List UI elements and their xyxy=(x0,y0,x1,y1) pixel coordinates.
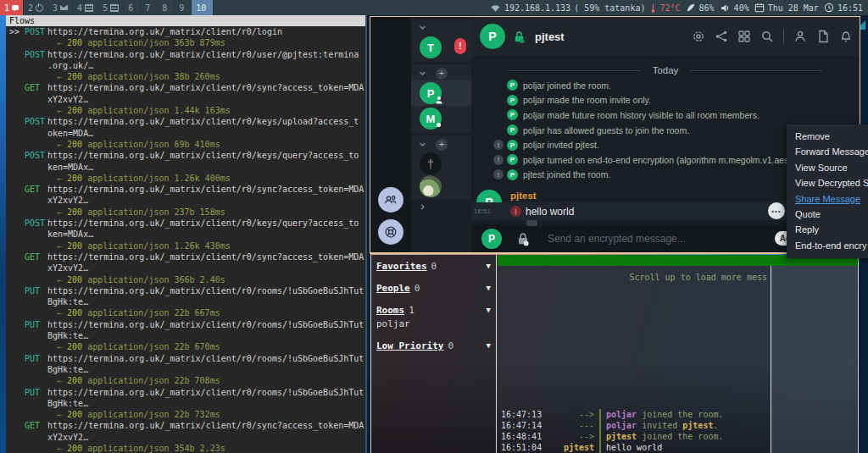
response-status: 200 xyxy=(67,207,82,217)
response-size-time: 1.44k 163ms xyxy=(175,106,231,115)
gomuks-main-pane: Scroll up to load more mess 16:47:13 -->… xyxy=(498,255,858,453)
response-arrow: ← xyxy=(57,207,67,217)
workspace-tile[interactable]: 6 xyxy=(124,0,141,15)
flow-row[interactable]: GEThttps://termina.org.uk/_matrix/client… xyxy=(6,184,365,218)
context-menu-item[interactable]: View Decrypted S xyxy=(787,175,868,191)
section-name[interactable]: Low Priority xyxy=(376,340,443,351)
temperature-value: 72°C xyxy=(659,3,680,13)
section-name[interactable]: Rooms xyxy=(376,305,404,316)
context-menu-item[interactable]: End-to-end encry xyxy=(787,238,868,253)
notifications-icon[interactable] xyxy=(839,30,853,43)
context-menu-item[interactable]: Forward Message xyxy=(787,144,868,159)
response-content-type: application/json xyxy=(87,140,169,149)
log-message: poljar joined the room. xyxy=(599,409,723,420)
flow-row[interactable]: PUThttps://termina.org.uk/_matrix/client… xyxy=(6,353,365,387)
ip-address: 192.168.1.133 xyxy=(504,3,570,13)
workspace-tile[interactable]: 1 xyxy=(0,0,24,15)
people-button[interactable] xyxy=(378,187,403,213)
section-name[interactable]: Favorites xyxy=(376,261,427,272)
flow-row[interactable]: >>POSThttps://termina.org.uk/_matrix/cli… xyxy=(6,26,365,49)
flow-row[interactable]: POSThttps://termina.org.uk/_matrix/clien… xyxy=(6,116,365,150)
event-avatar: P xyxy=(507,80,518,91)
workspace-tile[interactable]: 9 xyxy=(175,0,192,15)
flow-list: >>POSThttps://termina.org.uk/_matrix/cli… xyxy=(6,26,365,453)
collapse-arrow[interactable]: ▼ xyxy=(487,306,491,314)
workspace-tile[interactable]: 2 xyxy=(24,0,48,15)
context-menu-item[interactable]: Share Message xyxy=(787,191,868,207)
flow-row[interactable]: GEThttps://termina.org.uk/_matrix/client… xyxy=(6,251,365,285)
share-icon[interactable] xyxy=(715,30,728,43)
workspace-tile[interactable]: 10 xyxy=(192,0,214,15)
workspace-tile[interactable]: 4 xyxy=(73,0,98,15)
response-arrow: ← xyxy=(57,275,67,285)
flow-url-continued: xY2xvY2… xyxy=(47,433,88,442)
flow-url-continued: BgHk:te… xyxy=(47,331,88,340)
composer-avatar: P xyxy=(481,229,502,249)
flow-row[interactable]: GEThttps://termina.org.uk/_matrix/client… xyxy=(6,82,365,116)
section-count: 0 xyxy=(415,283,420,294)
chevron-down-icon[interactable] xyxy=(418,69,427,78)
workspace-tile[interactable]: 8 xyxy=(158,0,175,15)
scrollback-notice: Scroll up to load more mess xyxy=(498,273,767,282)
message-options-button[interactable]: ••• xyxy=(768,202,785,219)
log-segment: poljar xyxy=(606,421,637,430)
collapse-arrow[interactable]: ▼ xyxy=(487,262,491,270)
event-avatar: P xyxy=(507,169,518,180)
add-room-button[interactable]: + xyxy=(436,68,448,80)
selected-room-row[interactable]: P xyxy=(411,80,471,106)
flow-method: PUT xyxy=(25,387,47,398)
section-count: 1 xyxy=(409,305,415,316)
account-avatar-t[interactable]: T xyxy=(420,36,442,58)
section-name[interactable]: People xyxy=(376,283,410,294)
members-icon[interactable] xyxy=(793,30,807,43)
room-settings-icon[interactable] xyxy=(692,30,705,43)
add-room-button[interactable]: + xyxy=(436,139,448,151)
flow-url-continued: xY2xvY2… xyxy=(47,196,88,205)
mitmproxy-window: Flows >>POSThttps://termina.org.uk/_matr… xyxy=(6,15,367,453)
chevron-down-icon[interactable] xyxy=(418,23,427,32)
context-menu-item[interactable]: Quote xyxy=(787,207,868,222)
encryption-warning-icon: ! xyxy=(493,140,504,150)
message-input[interactable] xyxy=(546,232,761,246)
flow-method: GET xyxy=(25,82,47,93)
chevron-right-icon[interactable] xyxy=(418,202,471,212)
collapse-arrow[interactable]: ▼ xyxy=(487,341,491,350)
chevron-down-icon[interactable] xyxy=(418,140,427,149)
room-item[interactable]: poljar xyxy=(376,318,492,329)
response-content-type: application/json xyxy=(87,72,169,81)
response-status: 200 xyxy=(67,410,82,419)
message-time: 16:51 xyxy=(474,207,491,215)
context-menu-item[interactable]: View Source xyxy=(787,160,868,175)
account-section: T ! xyxy=(411,19,471,62)
room-avatar-sword[interactable]: † xyxy=(420,152,442,174)
flow-row[interactable]: POSThttps://termina.org.uk/_matrix/clien… xyxy=(6,49,365,83)
room-list-sidebar: Favorites0 ▼ People0 ▼ Rooms1 ▼ xyxy=(371,255,497,453)
flow-row[interactable]: POSThttps://termina.org.uk/_matrix/clien… xyxy=(6,218,365,251)
flow-row[interactable]: PUThttps://termina.org.uk/_matrix/client… xyxy=(6,285,365,319)
flow-row[interactable]: GEThttps://termina.org.uk/_matrix/client… xyxy=(6,420,365,453)
workspace-number: 3 xyxy=(53,3,58,13)
workspace-list: 1 2 3 4 5 6 7 xyxy=(0,0,214,15)
event-avatar: P xyxy=(507,95,518,106)
account-section: + † xyxy=(411,135,471,199)
flow-url-continued: ken=MDAx… xyxy=(47,229,93,239)
search-icon[interactable] xyxy=(760,30,774,43)
workspace-tile[interactable]: 3 xyxy=(48,0,73,15)
collapse-arrow[interactable]: ▼ xyxy=(487,284,491,292)
room-avatar-photo[interactable] xyxy=(420,175,442,197)
grid-icon[interactable] xyxy=(737,30,751,43)
log-segment: invited xyxy=(637,421,682,430)
settings-button[interactable] xyxy=(378,219,403,245)
flow-row[interactable]: POSThttps://termina.org.uk/_matrix/clien… xyxy=(6,150,365,184)
workspace-icon xyxy=(36,4,43,12)
flow-row[interactable]: PUThttps://termina.org.uk/_matrix/client… xyxy=(6,387,365,421)
workspace-tile[interactable]: 7 xyxy=(141,0,158,15)
context-menu-item[interactable]: Remove xyxy=(787,129,868,144)
flow-row[interactable]: PUThttps://termina.org.uk/_matrix/client… xyxy=(6,319,365,353)
files-icon[interactable] xyxy=(816,30,830,43)
workspace-tile[interactable]: 5 xyxy=(98,0,124,15)
date-value: Thu 28 Mar xyxy=(768,3,819,13)
log-segment: hello world xyxy=(606,443,662,452)
response-size-time: 22b 708ms xyxy=(175,376,220,385)
context-menu-item[interactable]: Reply xyxy=(787,222,868,237)
